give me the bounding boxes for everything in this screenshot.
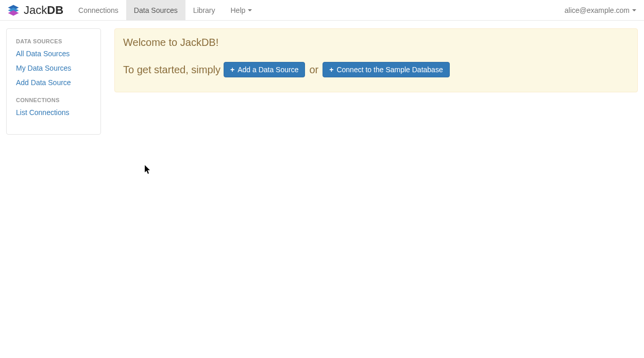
primary-nav: Connections Data Sources Library Help (71, 0, 260, 20)
welcome-panel: Welcome to JackDB! To get started, simpl… (114, 28, 638, 92)
sidebar-link-my-data-sources[interactable]: My Data Sources (16, 64, 91, 72)
main-content: Welcome to JackDB! To get started, simpl… (114, 28, 638, 92)
sidebar-heading: DATA SOURCES (16, 38, 91, 44)
sidebar-link-list-connections[interactable]: List Connections (16, 108, 91, 117)
sidebar-section-data-sources: DATA SOURCES All Data Sources My Data So… (16, 38, 91, 87)
page-container: DATA SOURCES All Data Sources My Data So… (0, 21, 644, 135)
welcome-lead: To get started, simply (123, 64, 221, 76)
chevron-down-icon (632, 9, 636, 11)
welcome-line: To get started, simply + Add a Data Sour… (123, 62, 629, 77)
user-menu[interactable]: alice@example.com (565, 0, 644, 20)
brand-text: JackDB (24, 4, 63, 17)
top-navbar: JackDB Connections Data Sources Library … (0, 0, 644, 21)
plus-icon: + (230, 66, 234, 73)
sidebar-section-connections: CONNECTIONS List Connections (16, 97, 91, 117)
user-email: alice@example.com (565, 6, 630, 14)
add-data-source-button[interactable]: + Add a Data Source (224, 62, 305, 77)
sidebar-link-all-data-sources[interactable]: All Data Sources (16, 50, 91, 58)
welcome-title: Welcome to JackDB! (123, 37, 629, 48)
brand-icon (6, 3, 21, 18)
or-text: or (308, 64, 319, 76)
sidebar-heading: CONNECTIONS (16, 97, 91, 103)
nav-data-sources[interactable]: Data Sources (126, 0, 185, 20)
chevron-down-icon (248, 9, 252, 11)
mouse-cursor-icon (145, 165, 151, 174)
nav-library[interactable]: Library (185, 0, 223, 20)
sidebar-link-add-data-source[interactable]: Add Data Source (16, 78, 91, 87)
connect-sample-database-button[interactable]: + Connect to the Sample Database (323, 62, 449, 77)
nav-help[interactable]: Help (223, 0, 260, 20)
sidebar: DATA SOURCES All Data Sources My Data So… (6, 28, 101, 135)
brand-logo[interactable]: JackDB (0, 0, 71, 20)
plus-icon: + (329, 66, 333, 73)
nav-connections[interactable]: Connections (71, 0, 126, 20)
